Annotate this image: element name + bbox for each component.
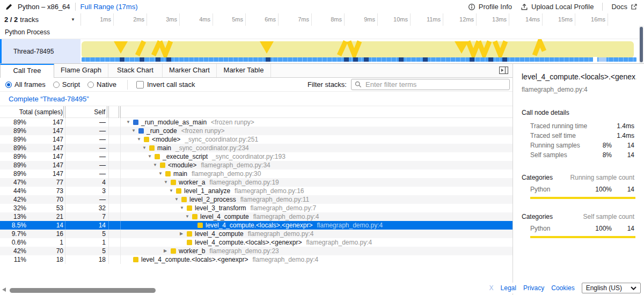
radio-all-frames[interactable]: All frames (5, 80, 46, 88)
collapse-arrow-icon[interactable]: ▼ (148, 152, 155, 161)
table-row[interactable]: 13%217▼level_4_computeflamegraph_demo.py… (0, 212, 513, 221)
column-header-total[interactable]: Total (samples) (0, 106, 65, 118)
info-icon (468, 3, 475, 11)
table-row[interactable]: 89%147—▼main_sync_coordinator.py:234 (0, 144, 513, 152)
expand-arrow-icon[interactable]: ▶ (164, 247, 171, 255)
row-total-percent: 89% (0, 152, 28, 161)
tab-call-tree[interactable]: Call Tree (0, 64, 54, 78)
table-row[interactable]: 89%147—▼mainflamegraph_demo.py:30 (0, 169, 513, 178)
collapse-arrow-icon[interactable]: ▼ (169, 187, 176, 195)
collapse-arrow-icon[interactable]: ▼ (153, 161, 160, 169)
full-range-link[interactable]: Full Range (17ms) (80, 3, 138, 11)
table-row[interactable]: 89%147—▼_execute_script_sync_coordinator… (0, 152, 513, 161)
horizontal-scrollbar-left-arrow[interactable] (2, 287, 6, 292)
breadcrumb[interactable]: Complete “Thread-78495” (9, 95, 89, 103)
row-samples: 147 (28, 144, 65, 152)
table-row[interactable]: 89%147—▼<module>_sync_coordinator.py:251 (0, 135, 513, 144)
table-row[interactable]: 47%774▼worker_aflamegraph_demo.py:19 (0, 178, 513, 187)
radio-button[interactable] (5, 82, 12, 88)
function-location: _sync_coordinator.py:251 (185, 135, 258, 144)
function-name: _run_module_as_main (141, 118, 207, 127)
category-yellow-icon (149, 145, 155, 151)
radio-native[interactable]: Native (87, 80, 116, 88)
row-self: — (65, 161, 109, 169)
invert-checkbox[interactable] (136, 81, 144, 88)
footer-x-link[interactable]: X (489, 284, 494, 292)
tab-stack-chart[interactable]: Stack Chart (108, 64, 163, 77)
footer-link-legal[interactable]: Legal (501, 284, 516, 292)
thread-activity-graph[interactable] (80, 39, 639, 63)
thread-track-label[interactable]: Thread-78495 (2, 39, 80, 63)
row-total-percent: 11% (0, 255, 28, 264)
column-header-self[interactable]: Self (65, 106, 109, 118)
row-self: — (65, 127, 109, 135)
footer-link-privacy[interactable]: Privacy (523, 284, 544, 292)
collapse-arrow-icon[interactable]: ▼ (142, 144, 149, 152)
process-track-header[interactable]: Python Process (0, 26, 644, 39)
collapse-arrow-icon[interactable]: ▼ (131, 127, 138, 135)
radio-script[interactable]: Script (53, 80, 80, 88)
collapse-arrow-icon[interactable]: ▼ (158, 169, 165, 178)
radio-button[interactable] (87, 82, 94, 88)
docs-link[interactable]: Docs (611, 3, 638, 11)
collapse-arrow-icon[interactable]: ▼ (164, 178, 171, 187)
profile-info-button[interactable]: Profile Info (468, 3, 512, 11)
table-row[interactable]: 42%70—▼level_2_processflamegraph_demo.py… (0, 195, 513, 204)
collapse-arrow-icon[interactable]: ▼ (126, 118, 133, 127)
table-row[interactable]: 89%147—▼_run_code<frozen runpy> (0, 127, 513, 135)
table-row[interactable]: 0.6%11level_4_compute.<locals>.<genexpr>… (0, 238, 513, 247)
table-row[interactable]: 32%5332▼level_3_transformflamegraph_demo… (0, 204, 513, 212)
category-percent: 100% (589, 225, 612, 232)
timeline-vertical-scrollbar[interactable] (639, 26, 643, 63)
table-row[interactable]: 89%147—▼_run_module_as_main<frozen runpy… (0, 118, 513, 127)
ruler-tick: 6ms (241, 13, 279, 26)
edit-pencil-icon[interactable] (5, 3, 13, 11)
horizontal-scrollbar-thumb[interactable] (10, 288, 156, 293)
category-row: Python100%14 (513, 185, 644, 194)
vertical-scrollbar-thumb[interactable] (640, 27, 643, 62)
footer-link-cookies[interactable]: Cookies (551, 284, 574, 292)
ruler-tick: 4ms (175, 13, 213, 26)
tracks-dropdown-arrow-icon[interactable]: ▼ (71, 17, 75, 22)
row-total-percent: 42% (0, 195, 28, 204)
tab-marker-table[interactable]: Marker Table (217, 64, 271, 77)
category-value: 14 (612, 225, 634, 232)
function-location: flamegraph_demo.py:30 (192, 169, 261, 178)
radio-label: All frames (14, 80, 46, 88)
tab-flame-graph[interactable]: Flame Graph (54, 64, 108, 77)
radio-button[interactable] (53, 82, 60, 88)
invert-call-stack-toggle[interactable]: Invert call stack (136, 80, 195, 88)
tracks-selector[interactable]: 2 / 2 tracks ▼ (0, 13, 80, 26)
expand-arrow-icon[interactable]: ▶ (180, 230, 187, 238)
collapse-arrow-icon[interactable]: ▼ (185, 212, 192, 221)
filter-input[interactable] (364, 80, 506, 89)
stat-percent: 8% (589, 151, 612, 159)
table-row[interactable]: 89%147—▼<module>flamegraph_demo.py:34 (0, 161, 513, 169)
row-samples: 53 (28, 204, 65, 212)
function-name: <module> (168, 161, 196, 169)
categories-count-title: Self sample count (583, 213, 634, 220)
chevron-down-icon (631, 286, 636, 290)
row-samples: 77 (28, 178, 65, 187)
upload-profile-button[interactable]: Upload Local Profile (521, 3, 594, 11)
sidebar-toggle-icon[interactable] (499, 67, 508, 74)
thread-track[interactable]: Thread-78495 (0, 39, 644, 63)
filter-input-box[interactable] (351, 79, 510, 90)
table-row[interactable]: 44%733▼level_1_analyzeflamegraph_demo.py… (0, 187, 513, 195)
row-function-cell: ▼level_2_processflamegraph_demo.py:11 (121, 195, 513, 204)
table-row[interactable]: 8.5%1414level_4_compute.<locals>.<genexp… (0, 221, 513, 230)
tab-marker-chart[interactable]: Marker Chart (163, 64, 217, 77)
category-blue-icon (138, 128, 144, 134)
table-row[interactable]: 11%1818level_4_compute.<locals>.<genexpr… (0, 255, 513, 264)
category-blue-icon (133, 120, 138, 125)
call-node-details-header: Call node details (522, 109, 635, 116)
collapse-arrow-icon[interactable]: ▼ (180, 204, 187, 212)
language-select[interactable]: English (US) (582, 283, 641, 293)
table-row[interactable]: 42%705▶worker_bflamegraph_demo.py:23 (0, 247, 513, 255)
collapse-arrow-icon[interactable]: ▼ (137, 135, 144, 144)
category-color-bar (530, 197, 635, 199)
collapse-arrow-icon[interactable]: ▼ (174, 195, 181, 204)
row-function-cell: level_4_compute.<locals>.<genexpr>flameg… (121, 238, 513, 247)
table-row[interactable]: 9.7%165▶level_4_computeflamegraph_demo.p… (0, 230, 513, 238)
ruler-tick: 13ms (472, 13, 509, 26)
